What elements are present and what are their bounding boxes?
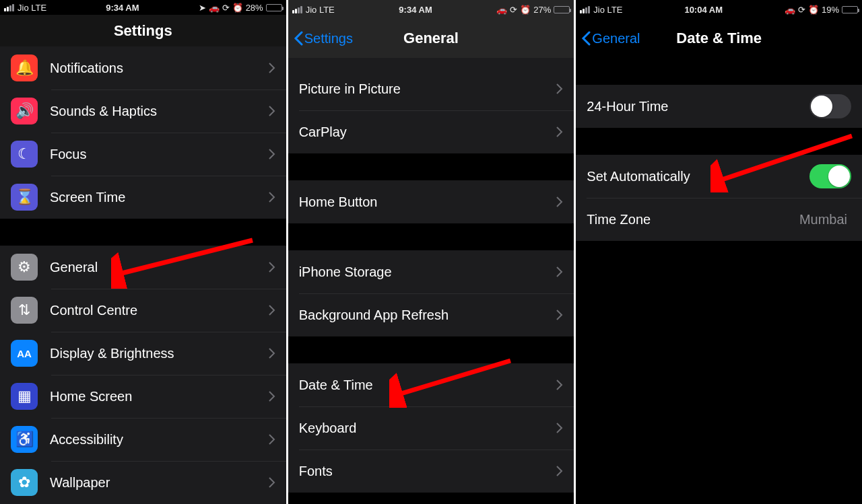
- row-iphone-storage[interactable]: iPhone Storage: [288, 250, 574, 293]
- chevron-right-icon: [556, 466, 563, 476]
- row-control-centre[interactable]: ⇅ Control Centre: [0, 289, 286, 332]
- row-label: CarPlay: [299, 124, 557, 140]
- row-24-hour-time[interactable]: 24-Hour Time: [576, 85, 862, 128]
- toggle-set-automatically[interactable]: [809, 164, 851, 188]
- header-bar: Settings General: [288, 19, 574, 58]
- row-wallpaper[interactable]: ✿ Wallpaper: [0, 461, 286, 504]
- chevron-right-icon: [556, 83, 563, 94]
- phone-settings: Jio LTE 9:34 AM ➤ 🚗 ⟳ ⏰ 28% Settings 🔔 N…: [0, 0, 286, 504]
- signal-icon: [580, 6, 590, 13]
- row-date-time[interactable]: Date & Time: [288, 363, 574, 406]
- battery-icon: [554, 6, 570, 13]
- row-label: Fonts: [299, 464, 557, 479]
- row-label: Keyboard: [299, 421, 557, 436]
- back-label: Settings: [304, 31, 353, 46]
- status-bar: Jio LTE 9:34 AM ➤ 🚗 ⟳ ⏰ 28%: [0, 0, 286, 15]
- alarm-icon: ⏰: [520, 5, 531, 15]
- battery-pct: 27%: [533, 5, 551, 15]
- grid-icon: ▦: [11, 383, 38, 410]
- chevron-right-icon: [556, 266, 563, 277]
- row-time-zone[interactable]: Time Zone Mumbai: [576, 198, 862, 241]
- header-bar: Settings: [0, 15, 286, 46]
- accessibility-icon: ♿: [11, 426, 38, 453]
- carrier-label: Jio LTE: [18, 3, 46, 13]
- row-notifications[interactable]: 🔔 Notifications: [0, 46, 286, 89]
- chevron-right-icon: [269, 348, 275, 359]
- hourglass-icon: ⌛: [11, 184, 38, 211]
- row-label: General: [50, 260, 269, 275]
- alarm-icon: ⏰: [232, 3, 243, 13]
- row-label: Wallpaper: [50, 475, 269, 491]
- row-home-screen[interactable]: ▦ Home Screen: [0, 375, 286, 418]
- group-gap: [576, 128, 862, 155]
- phone-date-time: Jio LTE 10:04 AM 🚗 ⟳ ⏰ 19% General Date …: [574, 0, 862, 504]
- row-background-app-refresh[interactable]: Background App Refresh: [288, 293, 574, 336]
- speaker-icon: 🔊: [11, 98, 38, 124]
- row-set-automatically[interactable]: Set Automatically: [576, 155, 862, 198]
- back-button[interactable]: General: [581, 31, 640, 46]
- page-title: Date & Time: [676, 30, 762, 47]
- group-gap: [288, 58, 574, 67]
- row-label: Display & Brightness: [50, 346, 269, 361]
- row-screen-time[interactable]: ⌛ Screen Time: [0, 176, 286, 219]
- chevron-right-icon: [269, 192, 275, 203]
- chevron-right-icon: [269, 149, 275, 159]
- row-accessibility[interactable]: ♿ Accessibility: [0, 418, 286, 461]
- status-time: 9:34 AM: [46, 3, 199, 13]
- toggle-24-hour[interactable]: [809, 94, 851, 118]
- group-gap: [576, 58, 862, 85]
- chevron-right-icon: [556, 310, 563, 320]
- flower-icon: ✿: [11, 469, 38, 496]
- phone-general: Jio LTE 9:34 AM 🚗 ⟳ ⏰ 27% Settings Gener…: [286, 0, 574, 504]
- car-icon: 🚗: [496, 5, 507, 15]
- page-title: General: [403, 30, 459, 47]
- row-fonts[interactable]: Fonts: [288, 449, 574, 493]
- row-sounds-haptics[interactable]: 🔊 Sounds & Haptics: [0, 89, 286, 133]
- row-focus[interactable]: ☾ Focus: [0, 133, 286, 176]
- row-label: Date & Time: [299, 377, 557, 393]
- chevron-right-icon: [556, 423, 563, 433]
- chevron-right-icon: [556, 196, 563, 207]
- row-label: Notifications: [50, 61, 269, 76]
- chevron-right-icon: [556, 380, 563, 390]
- status-time: 10:04 AM: [622, 5, 785, 15]
- header-bar: General Date & Time: [576, 19, 862, 58]
- alarm-icon: ⏰: [808, 5, 819, 15]
- row-label: Accessibility: [50, 432, 269, 447]
- row-keyboard[interactable]: Keyboard: [288, 406, 574, 449]
- group-gap: [288, 223, 574, 250]
- battery-icon: [266, 4, 282, 11]
- row-picture-in-picture[interactable]: Picture in Picture: [288, 67, 574, 110]
- back-label: General: [592, 31, 640, 46]
- chevron-right-icon: [269, 434, 275, 445]
- row-label: Sounds & Haptics: [50, 104, 269, 119]
- status-bar: Jio LTE 9:34 AM 🚗 ⟳ ⏰ 27%: [288, 0, 574, 19]
- row-general[interactable]: ⚙ General: [0, 246, 286, 289]
- carrier-label: Jio LTE: [593, 5, 622, 15]
- signal-icon: [4, 4, 14, 11]
- gear-icon: ⚙: [11, 254, 38, 281]
- back-button[interactable]: Settings: [294, 31, 353, 46]
- moon-icon: ☾: [11, 141, 38, 168]
- chevron-right-icon: [269, 391, 275, 402]
- chevron-right-icon: [269, 106, 275, 116]
- group-gap: [0, 219, 286, 246]
- row-label: Background App Refresh: [299, 308, 557, 323]
- row-carplay[interactable]: CarPlay: [288, 110, 574, 153]
- page-title: Settings: [114, 22, 172, 40]
- chevron-right-icon: [269, 262, 275, 273]
- row-label: Focus: [50, 147, 269, 162]
- signal-icon: [292, 6, 302, 13]
- status-time: 9:34 AM: [335, 5, 497, 15]
- switches-icon: ⇅: [11, 297, 38, 324]
- chevron-right-icon: [556, 127, 563, 137]
- row-home-button[interactable]: Home Button: [288, 180, 574, 223]
- row-value: Mumbai: [799, 212, 847, 227]
- car-icon: 🚗: [209, 3, 220, 13]
- rotation-lock-icon: ⟳: [798, 5, 805, 15]
- row-display-brightness[interactable]: AA Display & Brightness: [0, 332, 286, 375]
- chevron-right-icon: [269, 63, 275, 73]
- car-icon: 🚗: [785, 5, 795, 15]
- row-label: Home Screen: [50, 389, 269, 404]
- row-label: Control Centre: [50, 303, 269, 318]
